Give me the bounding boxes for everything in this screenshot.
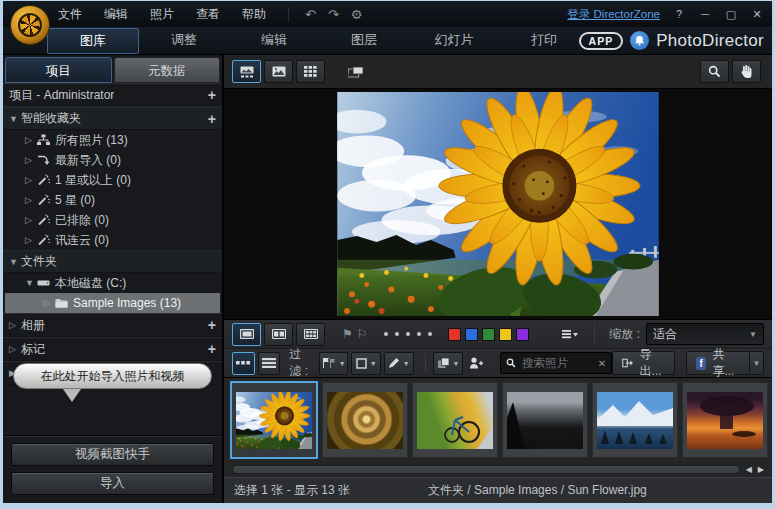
compare-mode-button[interactable] [342, 61, 369, 82]
label-filter-dropdown[interactable]: ▼ [351, 352, 381, 375]
brand-area: APP PhotoDirector [579, 31, 764, 51]
tab-print[interactable]: 打印 [499, 28, 589, 54]
import-hint-tooltip: 在此处开始导入照片和视频 [13, 363, 212, 389]
view-mode-filmstrip-button[interactable] [232, 60, 261, 83]
filter-bar: 过滤 : ▼ ▼ ▼ ▼ ✕ 导出... [224, 349, 772, 378]
tags-header[interactable]: ▷ 标记 + [3, 337, 222, 361]
app-logo[interactable] [10, 5, 50, 45]
undo-icon[interactable]: ↶ [305, 7, 316, 22]
zoom-tool-button[interactable] [700, 60, 729, 83]
smart-tag-wand-icon [37, 194, 50, 206]
stack-dropdown[interactable]: ▼ [433, 352, 463, 375]
tree-item-all-photos[interactable]: ▷ 所有照片 (13) [3, 130, 222, 150]
add-face-tag-button[interactable] [466, 353, 487, 374]
add-album-button[interactable]: + [208, 318, 216, 332]
project-row[interactable]: 项目 - Administrator + [3, 84, 222, 107]
tab-metadata[interactable]: 元数据 [114, 57, 221, 83]
add-tag-button[interactable]: + [208, 342, 216, 356]
export-button[interactable]: 导出... [612, 351, 675, 375]
expand-icon: ▷ [9, 320, 21, 330]
view-mode-single-button[interactable] [264, 60, 293, 83]
menu-file[interactable]: 文件 [58, 6, 82, 23]
filmstrip-scrollbar: ◀ ▶ [224, 462, 772, 477]
tab-project[interactable]: 项目 [5, 57, 112, 83]
albums-header[interactable]: ▷ 相册 + [3, 313, 222, 337]
zoom-select[interactable]: 适合 ▼ [646, 323, 764, 345]
current-path: 文件夹 / Sample Images / Sun Flower.jpg [428, 482, 647, 499]
single-view-button[interactable] [232, 323, 261, 346]
sidebar-tabs: 项目 元数据 [3, 55, 222, 83]
sort-list-dropdown-icon[interactable] [556, 324, 583, 345]
tree-item-recent-import[interactable]: ▷ 最新导入 (0) [3, 150, 222, 170]
import-hint-zone: 在此处开始导入照片和视频 [3, 385, 222, 435]
clear-search-icon[interactable]: ✕ [598, 358, 606, 369]
scroll-right-icon[interactable]: ▶ [758, 465, 764, 474]
menu-view[interactable]: 查看 [196, 6, 220, 23]
collapse-icon: ▼ [9, 257, 21, 267]
tab-slideshow[interactable]: 幻灯片 [409, 28, 499, 54]
thumbnail-sunset-storm[interactable] [682, 382, 768, 458]
color-label-green[interactable] [482, 328, 495, 341]
chevron-down-icon: ▼ [453, 360, 460, 367]
tree-item-1-star-up[interactable]: ▷ 1 星或以上 (0) [3, 170, 222, 190]
edited-filter-dropdown[interactable]: ▼ [384, 352, 414, 375]
tab-edit[interactable]: 编辑 [229, 28, 319, 54]
search-input[interactable] [520, 356, 594, 370]
thumbnail-mountain-lake[interactable] [592, 382, 678, 458]
smart-collection-header[interactable]: ▼ 智能收藏夹 + [3, 107, 222, 130]
video-snapshot-button[interactable]: 视频截图快手 [11, 443, 214, 466]
pan-hand-button[interactable] [732, 60, 761, 83]
tree-item-local-disk[interactable]: ▼ 本地磁盘 (C:) [3, 273, 222, 293]
share-dropdown-button[interactable]: ▼ [750, 351, 764, 375]
filter-label: 过滤 : [289, 346, 312, 380]
color-label-red[interactable] [448, 328, 461, 341]
help-icon[interactable]: ? [672, 8, 686, 20]
content: 项目 元数据 项目 - Administrator + ▼ 智能收藏夹 + ▷ … [3, 55, 772, 503]
maximize-icon[interactable]: ▢ [724, 8, 738, 21]
close-icon[interactable]: ✕ [750, 8, 764, 21]
star-rating-dots[interactable] [384, 332, 432, 336]
login-directorzone-link[interactable]: 登录 DirectorZone [567, 7, 660, 22]
menu-photo[interactable]: 照片 [150, 6, 174, 23]
color-label-purple[interactable] [516, 328, 529, 341]
minimize-icon[interactable]: ─ [698, 8, 712, 20]
tab-layers[interactable]: 图层 [319, 28, 409, 54]
thumbnail-dark-lake-canoe[interactable] [502, 382, 588, 458]
settings-gear-icon[interactable]: ⚙ [351, 7, 363, 22]
flag-reject-icon[interactable]: ⚐ [357, 327, 368, 341]
search-box: ✕ [500, 352, 612, 374]
app-badge[interactable]: APP [579, 32, 624, 50]
color-label-yellow[interactable] [499, 328, 512, 341]
scroll-left-icon[interactable]: ◀ [746, 465, 752, 474]
list-view-button[interactable] [258, 352, 281, 375]
tree-item-cyberlink-cloud[interactable]: ▷ 讯连云 (0) [3, 230, 222, 250]
import-button[interactable]: 导入 [11, 472, 214, 495]
redo-icon[interactable]: ↷ [328, 7, 339, 22]
flag-pick-icon[interactable]: ⚑ [342, 327, 353, 341]
notification-bell-icon[interactable] [630, 31, 649, 50]
tree-item-5-star[interactable]: ▷ 5 星 (0) [3, 190, 222, 210]
multi-view-button[interactable] [296, 323, 325, 346]
two-up-view-button[interactable] [264, 323, 293, 346]
thumbnail-sunflower[interactable] [230, 381, 318, 459]
view-mode-grid-button[interactable] [296, 60, 325, 83]
tab-library[interactable]: 图库 [47, 28, 139, 54]
thumbnail-golden-spiral[interactable] [322, 382, 408, 458]
tab-adjustment[interactable]: 调整 [139, 28, 229, 54]
add-smart-collection-button[interactable]: + [208, 112, 216, 126]
color-label-blue[interactable] [465, 328, 478, 341]
thumbnail-bicycle-autumn[interactable] [412, 382, 498, 458]
menu-edit[interactable]: 编辑 [104, 6, 128, 23]
collapse-icon: ▼ [9, 114, 21, 124]
export-icon [622, 357, 633, 369]
thumbnail-view-button[interactable] [232, 352, 255, 375]
add-project-button[interactable]: + [208, 88, 216, 102]
folders-header[interactable]: ▼ 文件夹 [3, 250, 222, 273]
tree-item-sample-images[interactable]: ▷ Sample Images (13) [5, 293, 220, 313]
share-button[interactable]: f 共享... [686, 351, 750, 375]
smart-tag-wand-icon [37, 174, 50, 186]
flag-filter-dropdown[interactable]: ▼ [319, 352, 349, 375]
tree-item-rejected[interactable]: ▷ 已排除 (0) [3, 210, 222, 230]
scrollbar-track[interactable] [232, 465, 740, 474]
menu-help[interactable]: 帮助 [242, 6, 266, 23]
